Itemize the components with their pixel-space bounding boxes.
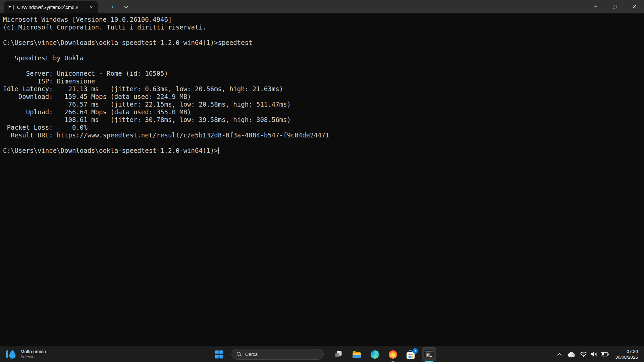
- chevron-up-icon: [557, 353, 562, 356]
- windows-logo-icon: [215, 350, 223, 359]
- onedrive-button[interactable]: [565, 348, 578, 361]
- microsoft-store-button[interactable]: 1: [402, 346, 420, 362]
- terminal-icon: >: [425, 350, 433, 359]
- wifi-icon: [580, 351, 588, 358]
- file-explorer-icon: [352, 350, 361, 359]
- tab-dropdown-button[interactable]: [120, 1, 132, 13]
- cmd-icon: [8, 5, 14, 10]
- battery-icon: [601, 351, 609, 357]
- task-view-button[interactable]: [329, 346, 347, 362]
- terminal-titlebar[interactable]: C:\Windows\System32\cmd.e ✕ +: [0, 0, 644, 13]
- store-icon: 1: [406, 350, 416, 359]
- restore-button[interactable]: [605, 0, 625, 13]
- close-icon: [632, 5, 636, 9]
- terminal-output-area[interactable]: Microsoft Windows [Versione 10.0.26100.4…: [0, 13, 644, 346]
- search-placeholder: Cerca: [245, 352, 258, 357]
- terminal-active-indicator: [425, 361, 433, 362]
- start-button[interactable]: [212, 346, 226, 362]
- minimize-icon: [594, 6, 597, 7]
- edge-icon: [370, 350, 379, 359]
- taskbar-center: Cerca: [212, 346, 438, 362]
- minimize-button[interactable]: [586, 0, 605, 13]
- terminal-tab-cmd[interactable]: C:\Windows\System32\cmd.e ✕: [4, 1, 98, 13]
- desktop-screen: C:\Windows\System32\cmd.e ✕ + Microsoft …: [0, 0, 644, 362]
- clock-time: 07:20: [610, 349, 638, 354]
- tab-close-icon[interactable]: ✕: [87, 3, 95, 11]
- new-tab-button[interactable]: +: [107, 1, 119, 13]
- restore-icon: [613, 5, 617, 9]
- taskbar: Molto umido Adesso: [0, 346, 644, 362]
- terminal-text: Microsoft Windows [Versione 10.0.26100.4…: [0, 13, 644, 155]
- search-input[interactable]: Cerca: [231, 349, 324, 360]
- network-volume-battery-button[interactable]: [578, 348, 610, 361]
- chevron-down-icon: [124, 6, 128, 8]
- firefox-icon: [388, 350, 397, 359]
- weather-widget-button[interactable]: Molto umido Adesso: [0, 346, 51, 362]
- file-explorer-button[interactable]: [347, 346, 366, 362]
- humidity-icon: [5, 349, 17, 360]
- terminal-prompt-icon: >: [426, 353, 430, 357]
- terminal-prompt: C:\Users\vince\Downloads\ookla-speedtest…: [3, 147, 218, 154]
- weather-condition: Molto umido: [20, 349, 46, 354]
- terminal-cursor: [218, 147, 219, 154]
- firefox-running-indicator: [391, 361, 394, 362]
- store-notification-badge: 1: [413, 348, 418, 354]
- close-window-button[interactable]: [625, 0, 644, 13]
- window-controls: [586, 0, 644, 13]
- clock-date: 30/08/2025: [610, 354, 638, 360]
- search-icon: [236, 352, 242, 357]
- microsoft-flag-icon: [409, 354, 413, 358]
- volume-icon: [590, 351, 598, 358]
- onedrive-cloud-icon: [567, 351, 576, 357]
- terminal-taskbar-button[interactable]: >: [420, 346, 438, 362]
- tray-overflow-button[interactable]: [554, 348, 565, 361]
- tab-title: C:\Windows\System32\cmd.e: [17, 5, 84, 10]
- weather-text: Molto umido Adesso: [20, 349, 46, 360]
- task-view-icon: [334, 350, 343, 359]
- firefox-button[interactable]: [384, 346, 402, 362]
- edge-button[interactable]: [366, 346, 384, 362]
- system-tray: 07:20 30/08/2025: [554, 346, 644, 362]
- terminal-underscore-icon: [430, 356, 432, 357]
- terminal-lines: Microsoft Windows [Versione 10.0.26100.4…: [3, 16, 329, 139]
- weather-time-label: Adesso: [20, 354, 46, 360]
- clock-button[interactable]: 07:20 30/08/2025: [610, 349, 644, 360]
